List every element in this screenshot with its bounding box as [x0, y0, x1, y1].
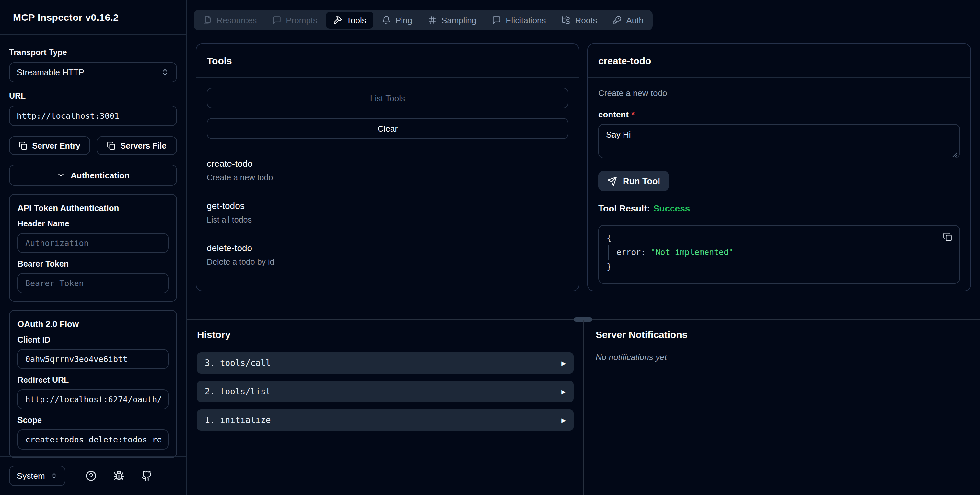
tools-panel-header: Tools	[196, 44, 579, 78]
main-content: Resources Prompts Tools Ping Sampling El…	[187, 0, 980, 495]
tab-auth[interactable]: Auth	[606, 12, 651, 29]
json-error-line: error: "Not implemented"	[608, 245, 951, 260]
authentication-toggle[interactable]: Authentication	[9, 165, 177, 185]
bell-icon	[382, 16, 391, 25]
hammer-icon	[333, 16, 342, 25]
hash-icon	[428, 16, 437, 25]
history-item-initialize[interactable]: 1. initialize ▶	[197, 409, 574, 431]
history-panel: History 3. tools/call ▶ 2. tools/list ▶ …	[197, 329, 574, 438]
client-id-input[interactable]	[18, 349, 169, 369]
oauth-section: OAuth 2.0 Flow Client ID Redirect URL Sc…	[9, 310, 177, 458]
content-field-label: content *	[598, 110, 960, 119]
field-label-text: content	[598, 110, 629, 119]
github-icon	[142, 470, 153, 481]
chevrons-up-down-icon	[51, 472, 58, 479]
tool-list-item-get-todos[interactable]: get-todos List all todos	[207, 200, 568, 225]
tab-tools[interactable]: Tools	[326, 12, 373, 29]
clear-tools-button[interactable]: Clear	[207, 118, 568, 139]
tab-label: Roots	[575, 15, 597, 25]
split-drag-handle[interactable]	[574, 317, 592, 322]
content-field-wrap: Say Hi	[598, 119, 960, 161]
url-input[interactable]	[9, 106, 177, 126]
history-item-label: 3. tools/call	[205, 358, 271, 368]
copy-result-button[interactable]	[943, 232, 952, 241]
redirect-url-input[interactable]	[18, 389, 169, 409]
server-entry-label: Server Entry	[32, 141, 80, 150]
copy-icon	[19, 141, 27, 150]
copy-button-row: Server Entry Servers File	[9, 136, 177, 155]
tool-name: create-todo	[207, 158, 568, 169]
required-asterisk: *	[631, 110, 635, 119]
list-tools-button[interactable]: List Tools	[207, 88, 568, 109]
history-item-label: 2. tools/list	[205, 386, 271, 396]
run-panel-header: create-todo	[588, 44, 970, 78]
tool-result-label: Tool Result:	[598, 203, 650, 214]
message-square-icon	[272, 16, 281, 25]
tool-description: List all todos	[207, 216, 568, 225]
tools-panel-title: Tools	[207, 55, 232, 66]
resize-grip-icon[interactable]	[952, 152, 957, 157]
tab-label: Ping	[395, 15, 412, 25]
json-close-brace: }	[607, 260, 951, 274]
tool-list-item-delete-todo[interactable]: delete-todo Delete a todo by id	[207, 243, 568, 267]
tab-sampling[interactable]: Sampling	[421, 12, 484, 29]
bug-report-button[interactable]	[114, 470, 125, 481]
expand-icon: ▶	[561, 388, 566, 395]
footer-icons	[86, 470, 153, 481]
tab-label: Resources	[216, 15, 257, 25]
github-button[interactable]	[142, 470, 153, 481]
scope-label: Scope	[18, 416, 169, 425]
expand-icon: ▶	[561, 417, 566, 423]
tab-label: Prompts	[286, 15, 317, 25]
folder-tree-icon	[562, 16, 571, 25]
copy-icon	[943, 232, 952, 241]
tab-label: Elicitations	[506, 15, 546, 25]
theme-select[interactable]: System	[9, 466, 66, 486]
app-title: MCP Inspector v0.16.2	[13, 12, 119, 23]
run-panel-body: Create a new todo content * Say Hi Run T…	[588, 78, 970, 293]
server-entry-button[interactable]: Server Entry	[9, 136, 90, 155]
tab-resources[interactable]: Resources	[196, 12, 264, 29]
no-notifications-text: No notifications yet	[596, 352, 687, 362]
sidebar: MCP Inspector v0.16.2 Transport Type Str…	[0, 0, 187, 495]
servers-file-label: Servers File	[121, 141, 167, 150]
key-icon	[613, 16, 622, 25]
history-item-tools-call[interactable]: 3. tools/call ▶	[197, 352, 574, 374]
tab-roots[interactable]: Roots	[555, 12, 605, 29]
sidebar-footer: System	[0, 456, 186, 495]
bearer-token-label: Bearer Token	[18, 260, 169, 268]
bearer-token-input[interactable]	[18, 273, 169, 293]
history-item-tools-list[interactable]: 2. tools/list ▶	[197, 381, 574, 402]
run-tool-label: Run Tool	[623, 176, 660, 186]
tool-name: get-todos	[207, 200, 568, 211]
authentication-toggle-label: Authentication	[71, 170, 130, 180]
tool-description: Create a new todo	[207, 173, 568, 182]
tool-result-status: Success	[653, 203, 690, 214]
server-notifications-panel: Server Notifications No notifications ye…	[596, 329, 687, 362]
tab-ping[interactable]: Ping	[375, 12, 419, 29]
run-tool-button[interactable]: Run Tool	[598, 171, 669, 192]
header-name-input[interactable]	[18, 233, 169, 253]
content-field[interactable]: Say Hi	[598, 124, 960, 158]
tab-label: Tools	[347, 15, 366, 25]
tool-result-line: Tool Result:Success	[598, 203, 960, 214]
help-button[interactable]	[86, 470, 97, 481]
expand-icon: ▶	[561, 360, 566, 366]
transport-type-select[interactable]: Streamable HTTP	[9, 62, 177, 82]
chevrons-up-down-icon	[161, 68, 169, 77]
bug-icon	[114, 470, 125, 481]
tool-name: delete-todo	[207, 243, 568, 253]
tab-label: Sampling	[441, 15, 476, 25]
theme-value: System	[17, 471, 45, 481]
message-square-icon	[492, 16, 501, 25]
history-item-label: 1. initialize	[205, 415, 271, 425]
servers-file-button[interactable]: Servers File	[96, 136, 177, 155]
tool-list-item-create-todo[interactable]: create-todo Create a new todo	[207, 158, 568, 182]
chevron-down-icon	[56, 171, 65, 180]
run-tool-panel: create-todo Create a new todo content * …	[587, 43, 971, 291]
tab-elicitations[interactable]: Elicitations	[485, 12, 553, 29]
tab-label: Auth	[627, 15, 644, 25]
tab-prompts[interactable]: Prompts	[265, 12, 325, 29]
selected-tool-title: create-todo	[598, 55, 651, 66]
scope-input[interactable]	[18, 430, 169, 450]
